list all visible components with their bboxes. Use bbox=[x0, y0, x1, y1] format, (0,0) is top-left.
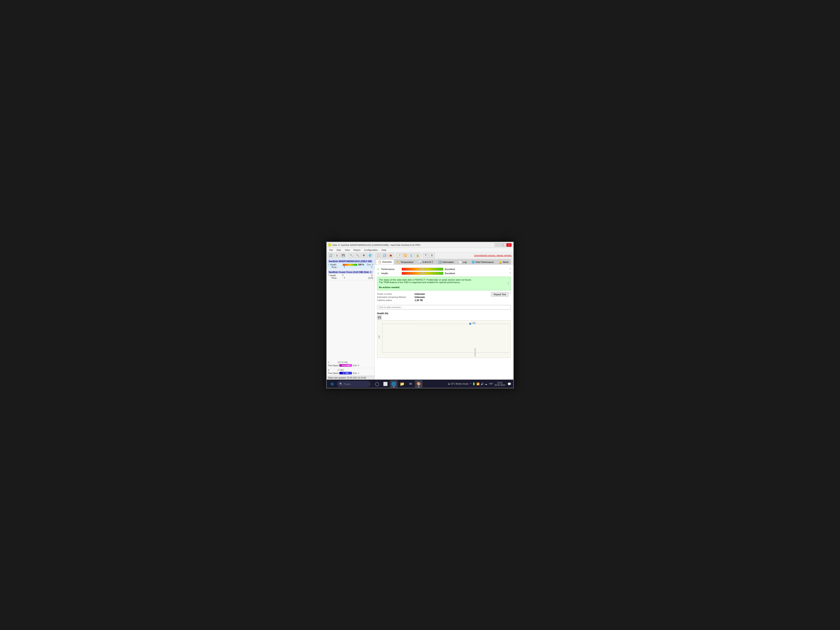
tool6-button[interactable]: 🔃 bbox=[382, 253, 387, 258]
info-line4: No actions needed. bbox=[379, 286, 509, 289]
tray-volume-icon[interactable]: 🔊 bbox=[481, 382, 484, 385]
tool5-button[interactable]: 📋 bbox=[376, 253, 381, 258]
tab-disk-performance-label: Disk Performance bbox=[475, 261, 494, 263]
start-icon: ⊞ bbox=[331, 382, 334, 386]
paint-button[interactable]: 🎨 bbox=[415, 380, 423, 388]
tool9-button[interactable]: 🔁 bbox=[402, 253, 408, 258]
lifetime-writes-value: 1,35 TB bbox=[415, 299, 423, 302]
chart-save-button[interactable]: 💾 bbox=[377, 316, 382, 320]
explorer-button[interactable]: 📁 bbox=[398, 380, 406, 388]
toolbar: 🔄 ⚠ 💾 🔧 🔨 ⚙ 🌐 📋 🔃 📤 📝 🔁 📡 🔒 ? ℹ Unregist… bbox=[327, 252, 513, 259]
tab-alerts[interactable]: 🔔 Alerts bbox=[496, 259, 511, 264]
tool7-button[interactable]: 📤 bbox=[388, 253, 393, 258]
task-view-button[interactable]: ◯ bbox=[373, 380, 381, 388]
tool10-button[interactable]: 📡 bbox=[409, 253, 414, 258]
lifetime-writes-label: Lifetime writes: bbox=[377, 299, 415, 302]
tab-smart-label: S.M.A.R.T. bbox=[423, 261, 434, 263]
title-bar: Disk: 0, SanDisk SD6SP1M256G1012 [142004… bbox=[327, 242, 513, 248]
chart-toolbar: 💾 bbox=[377, 316, 511, 320]
menu-configuration[interactable]: Configuration bbox=[363, 248, 379, 252]
widgets-icon: ⬜ bbox=[383, 382, 388, 386]
menu-disk[interactable]: Disk bbox=[335, 248, 343, 252]
search-text: Пошук bbox=[344, 383, 351, 385]
health-bar: 100 % bbox=[402, 272, 443, 275]
temp-label-0: Temp.: bbox=[331, 266, 344, 268]
tab-smart-icon: 📊 bbox=[418, 261, 422, 264]
tab-disk-performance[interactable]: 🌐 Disk Performance bbox=[469, 259, 496, 264]
power-on-label: Power on time: bbox=[377, 293, 415, 295]
status-bar: Status last updated: 25.05.2023 13:15:06 bbox=[327, 376, 374, 380]
maximize-button[interactable]: □ bbox=[501, 243, 506, 247]
info-line2: The TRIM feature of the SSD is supported… bbox=[379, 281, 509, 284]
tool11-button[interactable]: 🔒 bbox=[415, 253, 420, 258]
tool2-button[interactable]: 🔨 bbox=[355, 253, 360, 258]
disk-1-title: SanDisk Cruzer Force (14,9 GB) Disk: 1 bbox=[328, 270, 373, 274]
menu-help[interactable]: Help bbox=[380, 248, 388, 252]
disk-1-health-row: ? Health: ? D: bbox=[328, 275, 373, 277]
menu-view[interactable]: View bbox=[343, 248, 352, 252]
health-chart-section: Health (%) 💾 100 100 bbox=[377, 312, 511, 358]
widgets-button[interactable]: ⬜ bbox=[382, 380, 389, 388]
start-button[interactable]: ⊞ bbox=[328, 380, 336, 388]
menu-report[interactable]: Report bbox=[352, 248, 362, 252]
lifetime-writes-row: Lifetime writes: 1,35 TB bbox=[377, 299, 487, 302]
info-button[interactable]: ℹ bbox=[429, 253, 434, 258]
edge-button[interactable]: 🌐 bbox=[390, 380, 398, 388]
left-panel: SanDisk SD6SP1M256G1012 (238,5 GB) ✓ Hea… bbox=[327, 259, 374, 380]
health-help-icon[interactable]: ? bbox=[509, 272, 511, 275]
close-button[interactable]: ✕ bbox=[506, 243, 512, 247]
disk-item-1[interactable]: SanDisk Cruzer Force (14,9 GB) Disk: 1 ?… bbox=[327, 270, 374, 280]
minimize-button[interactable]: ─ bbox=[494, 243, 500, 247]
tab-overview[interactable]: 📋 Overview bbox=[376, 259, 394, 264]
repeat-test-help-icon[interactable]: ? bbox=[509, 292, 511, 295]
right-panel: 📋 Overview ✏️ Temperature 📊 S.M.A.R.T. ℹ… bbox=[374, 259, 513, 380]
chart-area: 100 100 25.05.2023 bbox=[377, 321, 511, 358]
disk-0-title: SanDisk SD6SP1M256G1012 (238,5 GB) bbox=[328, 260, 373, 263]
perf-help-icon[interactable]: ? bbox=[509, 268, 511, 271]
comment-input[interactable] bbox=[377, 305, 511, 309]
performance-row: ✓ Performance: 100 % Excellent ? bbox=[377, 267, 511, 271]
register-link[interactable]: Unregistered version, please register. bbox=[474, 254, 512, 257]
est-lifetime-row: Estimated remaining lifetime: Unknown bbox=[377, 296, 487, 298]
disk-1-temp-row: Temp.: ? [Soft] bbox=[328, 277, 373, 279]
disk-item-0[interactable]: SanDisk SD6SP1M256G1012 (238,5 GB) ✓ Hea… bbox=[327, 259, 374, 270]
tool8-button[interactable]: 📝 bbox=[396, 253, 401, 258]
disk-button[interactable]: 💾 bbox=[340, 253, 346, 258]
tab-temperature-label: Temperature bbox=[401, 261, 414, 263]
tray-chevron-icon[interactable]: ^ bbox=[470, 382, 471, 385]
temp-value-1: ? bbox=[344, 277, 345, 279]
system-tray: ^ 🔋 📶 🔊 ☁ bbox=[470, 382, 487, 385]
tab-log[interactable]: 📄 Log bbox=[456, 259, 469, 264]
taskbar-search-box[interactable]: 🔍 Пошук bbox=[337, 381, 370, 387]
notification-button[interactable]: 💬 bbox=[507, 382, 512, 387]
tool4-button[interactable]: 🌐 bbox=[367, 253, 373, 258]
help-button[interactable]: ? bbox=[423, 253, 428, 258]
language-badge: УКР bbox=[489, 383, 493, 385]
tab-overview-label: Overview bbox=[382, 261, 392, 263]
tab-temperature[interactable]: ✏️ Temperature bbox=[395, 259, 416, 264]
tab-temp-icon: ✏️ bbox=[397, 261, 400, 264]
info-box: The status of the solid state disk is PE… bbox=[377, 277, 511, 291]
health-row: ✓ Health: 100 % Excellent ? bbox=[377, 272, 511, 275]
tray-network-icon: 📶 bbox=[477, 382, 480, 385]
repeat-test-button[interactable]: Repeat Test bbox=[491, 292, 509, 297]
menu-file[interactable]: File bbox=[327, 248, 335, 252]
temp-label-1: Temp.: bbox=[331, 277, 344, 279]
tool1-button[interactable]: 🔧 bbox=[349, 253, 354, 258]
weather-text: 22°C Mostly cloudy bbox=[451, 383, 469, 385]
refresh-button[interactable]: 🔄 bbox=[328, 253, 333, 258]
perf-bar: 100 % bbox=[402, 268, 443, 271]
toolbar-separator-3 bbox=[395, 253, 395, 257]
mail-button[interactable]: ✉ bbox=[407, 380, 414, 388]
tab-smart[interactable]: 📊 S.M.A.R.T. bbox=[416, 259, 436, 264]
power-on-row: Power on time: Unknown bbox=[377, 293, 487, 295]
volume-c-title: C: (237,8 GB) bbox=[328, 361, 373, 363]
edge-icon: 🌐 bbox=[392, 382, 396, 386]
alert-button[interactable]: ⚠ bbox=[334, 253, 339, 258]
tool3-button[interactable]: ⚙ bbox=[361, 253, 366, 258]
vol-c-label: Free Space bbox=[328, 365, 339, 367]
tab-information[interactable]: ℹ️ Information bbox=[436, 259, 456, 264]
health-value-0: 100 % bbox=[358, 264, 364, 266]
drive-letter-1: D: bbox=[371, 275, 373, 277]
info-help-icon[interactable]: ? bbox=[507, 282, 509, 285]
